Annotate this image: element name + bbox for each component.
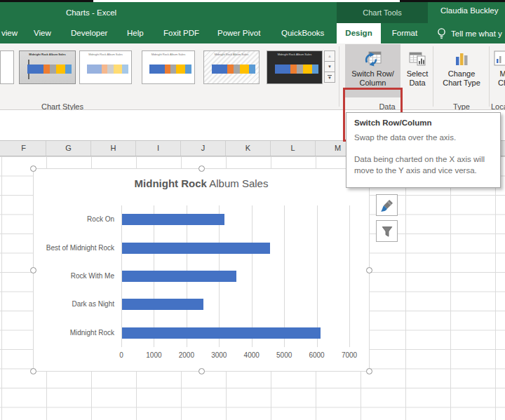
selection-handle[interactable] — [30, 165, 36, 172]
switch-row-column-icon — [363, 48, 384, 69]
move-chart-label-2: Ch — [492, 79, 505, 88]
chart-style-muted[interactable]: Midnight Rock Album Sales — [79, 50, 132, 84]
chart-style-dark[interactable]: Midnight Rock Album Sales — [267, 50, 323, 84]
chart-styles-button[interactable] — [376, 194, 398, 216]
switch-row-column-label-2: Column — [345, 79, 400, 88]
column-header-F[interactable]: F — [1, 141, 46, 156]
column-header-G[interactable]: G — [46, 141, 91, 156]
gallery-up-button[interactable]: ▲ — [324, 50, 335, 62]
chart-title[interactable]: Midnight Rock Album Sales — [34, 177, 369, 189]
chart-style-plain[interactable]: Midnight Rock Album Sales — [142, 50, 195, 84]
style-thumbnail-title: Midnight Rock Album Sales — [80, 53, 131, 56]
style-thumbnail-title: Midnight Rock Album Sales — [267, 53, 322, 56]
change-chart-type-icon — [451, 48, 472, 69]
selection-handle[interactable] — [198, 165, 205, 172]
chart-style-hatched[interactable]: Midnight Rock Album Sales — [203, 50, 260, 84]
change-chart-type-label-1: Change — [436, 69, 487, 79]
selection-handle[interactable] — [198, 368, 205, 374]
column-header-H[interactable]: H — [91, 141, 136, 156]
ribbon-tab-foxit-pdf[interactable]: Foxit PDF — [163, 23, 199, 43]
chart-gridline — [317, 205, 318, 347]
ribbon-tab-view[interactable]: view — [1, 23, 18, 43]
style-thumbnail-title: Midnight Rock Album Sales — [20, 53, 75, 56]
gallery-more-button[interactable]: ▼ — [324, 72, 335, 83]
x-axis-tick-label: 0 — [119, 351, 123, 359]
ribbon-tab-design[interactable]: Design — [337, 23, 381, 43]
chart-style-cut[interactable] — [0, 50, 14, 84]
move-chart-icon — [492, 48, 505, 69]
lightbulb-icon — [436, 27, 447, 40]
gallery-down-button[interactable]: ▼ — [324, 61, 335, 72]
category-label: Rock With Me — [71, 272, 114, 280]
category-label: Dark as Night — [72, 300, 114, 308]
bar-midnight-rock[interactable] — [122, 327, 321, 339]
thumbnail-stacked-bar — [149, 65, 191, 74]
bar-best-of-midnight-rock[interactable] — [122, 243, 270, 254]
tooltip-title: Switch Row/Column — [354, 118, 492, 127]
ribbon-tab-view[interactable]: View — [34, 23, 51, 43]
chart-filters-button[interactable] — [376, 220, 398, 242]
move-chart-button-partial[interactable]: M Ch — [492, 44, 505, 97]
thumbnail-stacked-bar — [212, 65, 255, 74]
select-data-icon — [407, 48, 428, 69]
chart-gridline — [284, 205, 285, 347]
category-label: Best of Midnight Rock — [46, 244, 114, 252]
ribbon-tab-help[interactable]: Help — [127, 23, 144, 43]
funnel-icon — [379, 223, 396, 240]
bar-rock-on[interactable] — [122, 214, 224, 225]
selection-handle[interactable] — [366, 368, 372, 374]
bar-rock-with-me[interactable] — [122, 271, 236, 282]
chart-style-selected[interactable]: Midnight Rock Album Sales — [19, 50, 76, 84]
tell-me-box[interactable]: Tell me what y — [436, 23, 505, 43]
select-data-label-1: Select — [403, 69, 431, 79]
x-axis-tick-label: 1000 — [146, 351, 161, 359]
select-data-button[interactable]: Select Data — [403, 44, 431, 97]
column-header-J[interactable]: J — [181, 141, 226, 156]
gallery-scrollbar: ▲ ▼ ▼ — [324, 50, 335, 82]
x-axis-tick-label: 5000 — [276, 351, 292, 359]
x-axis-tick-label: 3000 — [211, 351, 227, 359]
change-chart-type-button[interactable]: Change Chart Type — [436, 44, 487, 97]
move-chart-label-1: M — [492, 69, 505, 79]
style-thumbnail-title: Midnight Rock Album Sales — [204, 53, 259, 56]
thumbnail-stacked-bar — [275, 65, 318, 74]
thumbnail-stacked-bar — [87, 65, 128, 74]
ribbon-tab-quickbooks[interactable]: QuickBooks — [281, 23, 324, 43]
bar-dark-as-night[interactable] — [122, 299, 203, 310]
title-bar: Charts - Excel — [0, 2, 505, 23]
category-label: Rock On — [87, 215, 114, 223]
category-label: Midnight Rock — [70, 329, 114, 337]
chart-frame[interactable]: Midnight Rock Album Sales 01000200030004… — [33, 168, 370, 372]
x-axis-tick-label: 6000 — [309, 351, 324, 359]
document-title: Charts - Excel — [42, 8, 140, 17]
column-header-L[interactable]: L — [271, 141, 316, 156]
x-axis-tick-label: 7000 — [342, 351, 357, 359]
column-header-K[interactable]: K — [226, 141, 271, 156]
ribbon-tab-developer[interactable]: Developer — [71, 23, 107, 43]
column-header-I[interactable]: I — [136, 141, 181, 156]
excel-window: Charts - Excel Chart Tools Claudia Buckl… — [0, 0, 505, 420]
ribbon-tab-row: viewViewDeveloperHelpFoxit PDFPower Pivo… — [0, 23, 505, 43]
x-axis-tick-label: 4000 — [244, 351, 260, 359]
user-account-name[interactable]: Claudia Buckley — [440, 6, 498, 15]
chart-gridline — [349, 205, 350, 347]
selection-handle[interactable] — [30, 267, 36, 273]
select-data-label-2: Data — [403, 79, 431, 88]
style-thumbnail-title: Midnight Rock Album Sales — [142, 53, 194, 56]
tooltip-line-2: Data being charted on the X axis will mo… — [354, 154, 492, 177]
ribbon-tab-power-pivot[interactable]: Power Pivot — [217, 23, 260, 43]
ribbon: Midnight Rock Album SalesMidnight Rock A… — [0, 43, 505, 110]
switch-row-column-button[interactable]: Switch Row/ Column — [345, 44, 400, 97]
x-axis-tick-label: 2000 — [179, 351, 194, 359]
tooltip-line-1: Swap the data over the axis. — [354, 132, 492, 144]
ribbon-tab-format[interactable]: Format — [384, 23, 426, 43]
chart-tools-label: Chart Tools — [337, 8, 428, 17]
group-separator — [339, 46, 339, 107]
selection-handle[interactable] — [30, 368, 36, 374]
change-chart-type-label-2: Chart Type — [436, 79, 487, 88]
chart-title-bold: Midnight Rock — [135, 177, 207, 189]
selection-handle[interactable] — [366, 267, 372, 273]
group-separator — [433, 46, 433, 107]
tell-me-text: Tell me what y — [451, 29, 502, 38]
chart-title-regular: Album Sales — [207, 177, 269, 189]
